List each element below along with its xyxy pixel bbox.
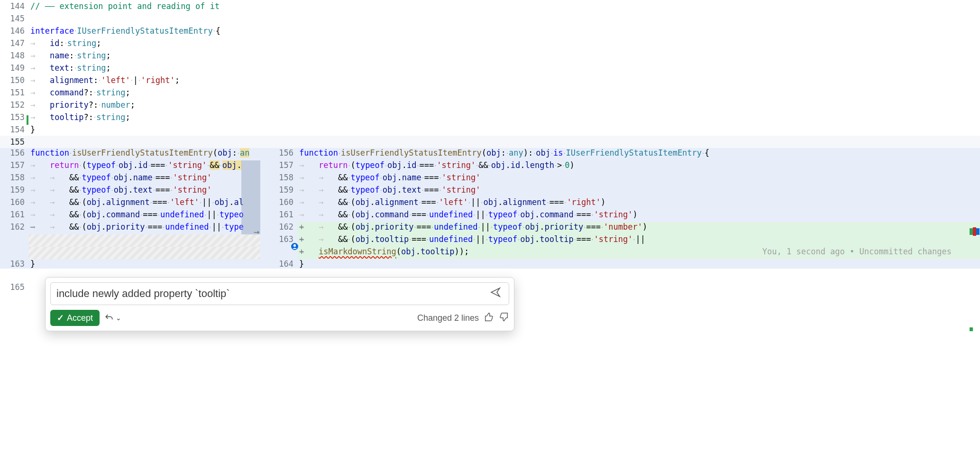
line-number: 162+ [260, 222, 297, 234]
prop-priority: priority [50, 100, 89, 110]
op-and: && [338, 197, 348, 207]
prop-alignment: alignment [503, 197, 546, 207]
code-editor[interactable]: 144 // —— extension point and reading of… [0, 0, 980, 148]
code-line[interactable]: 149 → text:·string; [0, 62, 980, 74]
diff-line diff-added[interactable]: 162+ → → &&·(obj.priority·===·undefined·… [260, 222, 980, 234]
code-line[interactable]: 152 → priority?:·number; [0, 99, 980, 111]
keyword-typeof: typeof [488, 234, 517, 244]
var-obj: obj [536, 148, 550, 158]
diff-line[interactable]: 158 → → &&·typeof·obj.name·===·'string' [260, 173, 980, 185]
thumbs-up-button[interactable] [484, 312, 494, 325]
diff-line[interactable]: 159 → → &&·typeof·obj.text·===·'string' [260, 185, 980, 197]
var-obj: obj [87, 210, 101, 219]
accept-button[interactable]: Accept [50, 310, 100, 326]
var-obj: obj [520, 234, 535, 244]
diff-line[interactable]: 160 → → &&·(obj.alignment·===·'left'·||·… [260, 197, 980, 210]
code-line[interactable]: 154 } [0, 123, 980, 136]
keyword-return: return [319, 160, 348, 170]
code-line[interactable]: 150 → alignment:·'left'·|·'right'; [0, 74, 980, 86]
send-icon[interactable] [486, 286, 505, 302]
chat-action-row: Accept ⌄ Changed 2 lines [50, 310, 509, 326]
var-obj: obj [356, 210, 370, 219]
string-lit: 'left' [439, 197, 468, 207]
diff-line diff-removed[interactable]: 162— → → &&·(obj.priority·===·undefined·… [0, 222, 260, 234]
string-right: 'right' [567, 197, 601, 207]
code-line[interactable]: 145 [0, 12, 980, 25]
diff-line[interactable]: 157 → return·(typeof·obj.id·===·'string'… [0, 160, 260, 173]
inline-chat-panel[interactable]: include newly added property `tooltip` A… [45, 277, 514, 331]
check-icon [57, 313, 64, 323]
prop-alignment: alignment [375, 197, 419, 207]
op-and: && [338, 234, 348, 244]
code-line[interactable]: 155 [0, 136, 980, 148]
diff-line[interactable]: 156 function·isUserFriendlyStatusItemEnt… [0, 148, 260, 160]
prop-text: text [50, 63, 69, 73]
type-number: number [101, 100, 130, 110]
prop-length: length [525, 160, 554, 170]
diff-line[interactable]: 158 → → &&·typeof·obj.name·===·'string' [0, 173, 260, 185]
brace-close: } [299, 259, 304, 269]
line-number: 145 [0, 12, 28, 25]
line-number: 158 [260, 173, 297, 185]
string-lit: 'string' [594, 210, 633, 219]
thumbs-down-button[interactable] [499, 312, 509, 325]
diff-original-pane[interactable]: 156 function·isUserFriendlyStatusItemEnt… [0, 148, 260, 259]
prop-command: command [50, 88, 84, 97]
minimap-marker [970, 327, 980, 331]
string-lit: 'string' [173, 173, 212, 182]
diff-line[interactable]: 161 → → &&·(obj.command·===·undefined·||… [260, 210, 980, 222]
code-line[interactable]: 144 // —— extension point and reading of… [0, 0, 980, 12]
undo-button[interactable]: ⌄ [104, 313, 121, 323]
var-obj: obj [525, 222, 540, 232]
type-string: string [77, 63, 106, 73]
prop-id: id [138, 160, 147, 170]
accept-label: Accept [67, 313, 93, 323]
brace-close: } [30, 259, 35, 269]
keyword-typeof: typeof [350, 173, 379, 182]
diff-line[interactable]: 157 → return·(typeof·obj.id·===·'string'… [260, 160, 980, 173]
code-line[interactable]: 146 interface·IUserFriendlyStatusItemEnt… [0, 25, 980, 37]
prop-tooltip: tooltip [375, 234, 409, 244]
line-number: 152 [0, 99, 28, 111]
diff-line[interactable]: 163 } 164 } [0, 259, 980, 269]
code-line[interactable]: 148 → name:·string; [0, 49, 980, 62]
diff-placeholder [0, 247, 260, 259]
diff-line[interactable]: 160 → → &&·(obj.alignment·===·'left'·||·… [0, 197, 260, 210]
param-obj: obj [218, 148, 232, 158]
var-obj: obj [383, 185, 397, 195]
line-number: 156 [260, 148, 297, 160]
var-obj: obj [215, 197, 229, 207]
diff-view[interactable]: 156 function·isUserFriendlyStatusItemEnt… [0, 148, 980, 259]
optional: ? [84, 88, 89, 97]
type-string: string [77, 51, 106, 60]
keyword-typeof: typeof [356, 160, 385, 170]
code-line[interactable]: 153 → tooltip?:·string; [0, 111, 980, 123]
var-obj: obj [119, 160, 133, 170]
op-and: && [338, 210, 348, 219]
diff-line diff-added[interactable]: 163+ → → &&·(obj.tooltip·===·undefined·|… [260, 234, 980, 247]
code-line[interactable]: 151 → command?:·string; [0, 86, 980, 99]
diff-line diff-added[interactable]: + → isMarkdownString(obj.tooltip));You, … [260, 247, 980, 259]
diff-line[interactable]: 159 → → &&·typeof·obj.text·===·'string' [0, 185, 260, 197]
op-and: && [69, 197, 79, 207]
code-line[interactable]: 147 → id:·string; [0, 37, 980, 49]
brace-close: } [30, 125, 35, 134]
keyword-function: function [299, 148, 338, 158]
prop-tooltip: tooltip [50, 112, 84, 122]
var-obj: obj [520, 210, 535, 219]
prop-command: command [540, 210, 574, 219]
chat-input[interactable]: include newly added property `tooltip` [55, 287, 486, 301]
diff-line[interactable]: 156 function·isUserFriendlyStatusItemEnt… [260, 148, 980, 160]
comment: // —— extension point and reading of it [30, 1, 220, 11]
op-and: && [210, 160, 219, 170]
user-comment-icon[interactable] [291, 242, 299, 251]
type-string: string [96, 88, 125, 97]
diff-line[interactable]: 161 → → &&·(obj.command·===·undefined·||… [0, 210, 260, 222]
chat-input-row[interactable]: include newly added property `tooltip` [50, 282, 509, 305]
line-number: 146 [0, 25, 28, 37]
op-and: && [478, 160, 488, 170]
diff-modified-pane[interactable]: 156 function·isUserFriendlyStatusItemEnt… [260, 148, 980, 259]
optional: ? [84, 112, 89, 122]
string-right: 'right' [141, 75, 175, 85]
line-number: 151 [0, 86, 28, 99]
